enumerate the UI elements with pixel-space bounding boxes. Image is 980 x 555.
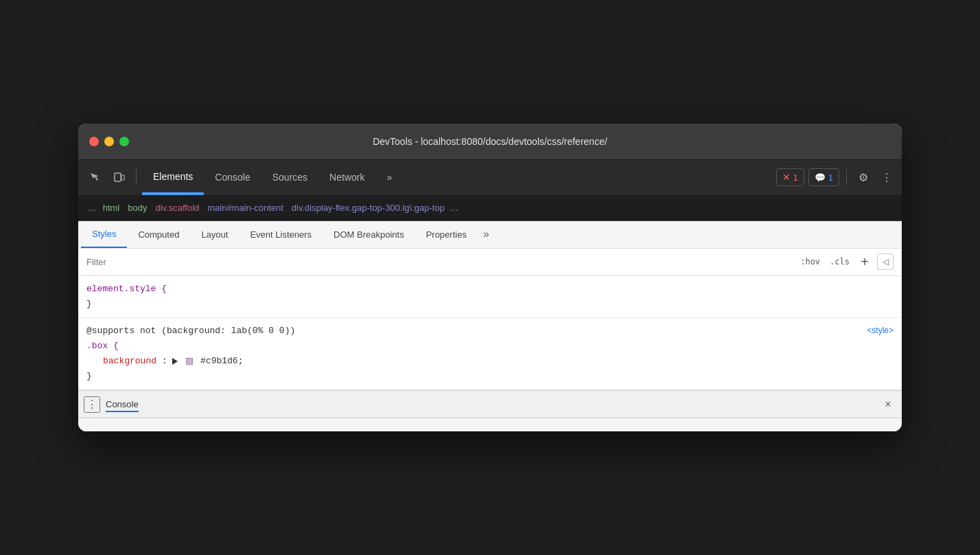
console-drawer-menu-button[interactable]: ⋮ bbox=[84, 396, 100, 413]
add-style-button[interactable]: + bbox=[856, 253, 873, 270]
message-count: 1 bbox=[828, 172, 833, 183]
message-badge-button[interactable]: 💬 1 bbox=[808, 168, 839, 186]
more-options-button[interactable]: ⋮ bbox=[877, 168, 896, 187]
close-button[interactable] bbox=[89, 137, 99, 146]
tab-event-listeners[interactable]: Event Listeners bbox=[239, 221, 323, 248]
error-count: 1 bbox=[793, 172, 798, 183]
console-drawer: ⋮ Console × bbox=[78, 390, 902, 431]
css-property-line: background : #c9b1d6; bbox=[86, 356, 243, 366]
hov-button[interactable]: :hov bbox=[797, 256, 823, 268]
toolbar-right-divider bbox=[846, 169, 847, 185]
element-style-rule: element.style { } bbox=[78, 276, 902, 318]
filter-input[interactable] bbox=[86, 257, 792, 267]
titlebar: DevTools - localhost:8080/docs/devtools/… bbox=[78, 124, 902, 159]
element-style-selector[interactable]: element.style { bbox=[86, 284, 167, 294]
filter-bar: :hov .cls + ◁ bbox=[78, 249, 902, 276]
minimize-button[interactable] bbox=[104, 137, 114, 146]
tab-network[interactable]: Network bbox=[318, 160, 375, 195]
cls-button[interactable]: .cls bbox=[827, 256, 852, 268]
svg-rect-1 bbox=[121, 175, 124, 180]
css-rule-left: @supports not (background: lab(0% 0 0)) … bbox=[86, 324, 295, 384]
css-rule-right: <style> bbox=[867, 324, 894, 339]
css-content: element.style { } @supports not (backgro… bbox=[78, 276, 902, 391]
tab-computed[interactable]: Computed bbox=[127, 221, 190, 248]
console-drawer-close-button[interactable]: × bbox=[880, 396, 896, 413]
background-prop[interactable]: background bbox=[103, 356, 156, 366]
message-icon: 💬 bbox=[815, 172, 826, 183]
filter-actions: :hov .cls + ◁ bbox=[797, 253, 894, 270]
expand-value-button[interactable] bbox=[172, 358, 178, 365]
breadcrumb-start-dots[interactable]: ... bbox=[84, 202, 100, 213]
supports-close-brace: } bbox=[86, 371, 92, 381]
inspect-element-button[interactable] bbox=[84, 166, 106, 188]
background-value[interactable]: #c9b1d6; bbox=[200, 356, 243, 366]
tab-console[interactable]: Console bbox=[204, 160, 261, 195]
svg-rect-0 bbox=[115, 173, 121, 181]
breadcrumb-div-flex[interactable]: div.display-flex.gap-top-300.lg\:gap-top bbox=[289, 201, 447, 214]
tab-elements[interactable]: Elements bbox=[142, 160, 204, 195]
breadcrumb-bar: ... html body div.scaffold main#main-con… bbox=[78, 195, 902, 221]
breadcrumb-body[interactable]: body bbox=[125, 201, 150, 214]
close-icon: × bbox=[885, 398, 891, 411]
panel-tabs: Styles Computed Layout Event Listeners D… bbox=[78, 221, 902, 249]
tab-dom-breakpoints[interactable]: DOM Breakpoints bbox=[323, 221, 415, 248]
toolbar-tabs: Elements Console Sources Network » bbox=[142, 160, 773, 195]
tab-properties[interactable]: Properties bbox=[415, 221, 478, 248]
toolbar-right: ✕ 1 💬 1 ⚙ ⋮ bbox=[776, 168, 896, 187]
breadcrumb-html[interactable]: html bbox=[100, 201, 123, 214]
color-swatch[interactable] bbox=[186, 358, 193, 365]
element-style-close: } bbox=[86, 299, 92, 309]
toolbar-divider bbox=[136, 169, 137, 185]
supports-rule-block: @supports not (background: lab(0% 0 0)) … bbox=[78, 318, 902, 390]
error-icon: ✕ bbox=[782, 172, 791, 183]
panel-tabs-more-button[interactable]: » bbox=[478, 221, 495, 248]
css-rule-header: @supports not (background: lab(0% 0 0)) … bbox=[86, 324, 894, 384]
error-badge-button[interactable]: ✕ 1 bbox=[776, 168, 804, 186]
box-selector[interactable]: .box { bbox=[86, 341, 119, 351]
device-toggle-button[interactable] bbox=[108, 166, 130, 188]
settings-button[interactable]: ⚙ bbox=[854, 168, 873, 187]
at-supports[interactable]: @supports not (background: lab(0% 0 0)) bbox=[86, 326, 295, 336]
devtools-toolbar: Elements Console Sources Network » ✕ 1 💬 bbox=[78, 159, 902, 195]
titlebar-title: DevTools - localhost:8080/docs/devtools/… bbox=[373, 136, 607, 147]
source-link[interactable]: <style> bbox=[867, 326, 894, 335]
tab-sources[interactable]: Sources bbox=[261, 160, 318, 195]
breadcrumb-main[interactable]: main#main-content bbox=[205, 201, 286, 214]
breadcrumb-end-dots[interactable]: ... bbox=[447, 202, 461, 213]
dots-vertical-icon: ⋮ bbox=[86, 398, 97, 411]
maximize-button[interactable] bbox=[119, 137, 129, 146]
tab-layout[interactable]: Layout bbox=[190, 221, 239, 248]
expand-button[interactable]: ◁ bbox=[877, 253, 894, 270]
tab-styles[interactable]: Styles bbox=[81, 221, 127, 248]
breadcrumb-div-scaffold[interactable]: div.scaffold bbox=[152, 201, 202, 214]
more-vertical-icon: ⋮ bbox=[881, 171, 892, 184]
more-tabs-button[interactable]: » bbox=[375, 160, 403, 195]
gear-icon: ⚙ bbox=[859, 171, 868, 184]
console-drawer-header: ⋮ Console × bbox=[78, 391, 902, 418]
devtools-window: DevTools - localhost:8080/docs/devtools/… bbox=[78, 124, 902, 432]
traffic-lights bbox=[89, 137, 129, 146]
console-drawer-title: Console bbox=[106, 399, 139, 409]
